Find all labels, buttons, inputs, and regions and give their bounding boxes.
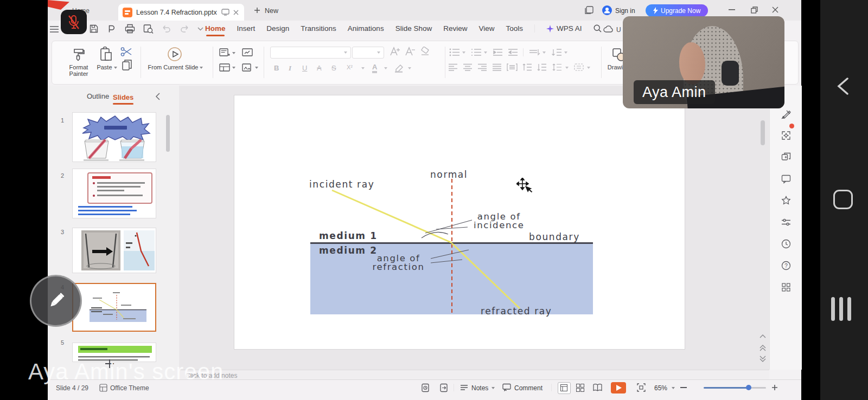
slides-tab[interactable]: Slides (113, 93, 133, 101)
slide-thumbnail-3[interactable] (72, 228, 156, 273)
sign-in-label[interactable]: Sign in (615, 7, 635, 15)
close-tab-icon[interactable] (233, 10, 239, 15)
fit-to-window-icon[interactable] (637, 383, 646, 392)
toolbar-more-icon[interactable] (197, 27, 203, 31)
minimize-icon[interactable] (729, 9, 735, 10)
hamburger-menu-icon[interactable] (50, 25, 59, 33)
line-height-icon[interactable] (552, 63, 562, 71)
label-angle-of-refraction[interactable]: angle of refraction (367, 254, 430, 272)
menu-view[interactable]: View (478, 24, 494, 33)
apps-grid-icon[interactable] (781, 282, 791, 292)
settings-sliders-icon[interactable] (781, 217, 791, 227)
char-spacing-icon[interactable]: A (317, 64, 322, 72)
favorites-star-icon[interactable] (781, 196, 791, 205)
mute-microphone-button[interactable] (61, 10, 87, 34)
collapse-panel-icon[interactable] (155, 93, 160, 100)
slideshow-play-button[interactable] (611, 382, 626, 393)
font-color-icon[interactable]: A (372, 63, 377, 73)
print-icon[interactable] (125, 24, 135, 34)
theme-icon[interactable] (99, 384, 107, 392)
bold-icon[interactable]: B (274, 64, 279, 72)
comment-label[interactable]: Comment (514, 384, 542, 392)
theme-name[interactable]: Office Theme (110, 384, 149, 392)
label-incident-ray[interactable]: incident ray (309, 179, 374, 190)
label-medium-1[interactable]: medium 1 (319, 230, 378, 241)
zoom-in-button[interactable] (771, 384, 778, 391)
italic-icon[interactable]: I (289, 64, 291, 73)
cut-icon[interactable] (120, 47, 132, 57)
apps-store-icon[interactable] (781, 131, 791, 140)
menu-slide-show[interactable]: Slide Show (395, 24, 432, 33)
menu-transitions[interactable]: Transitions (301, 24, 336, 33)
annotate-pencil-button[interactable] (30, 275, 82, 327)
shapes-copy-icon[interactable] (781, 152, 791, 162)
canvas-scrollbar[interactable] (761, 120, 765, 145)
paste-icon[interactable] (100, 47, 113, 62)
vertical-spacing-icon[interactable] (522, 63, 532, 71)
notes-strip[interactable]: Click to add notes (179, 370, 769, 380)
paragraph-spacing-icon[interactable] (537, 63, 547, 71)
redo-icon[interactable] (180, 24, 189, 33)
decrease-indent-icon[interactable] (493, 48, 503, 56)
sign-in-avatar-icon[interactable] (602, 5, 612, 15)
history-clock-icon[interactable] (781, 239, 791, 249)
tab-list-icon[interactable] (585, 6, 593, 15)
nav-recents-icon[interactable] (831, 297, 851, 321)
switch-device-icon[interactable] (439, 383, 448, 392)
editing-canvas[interactable]: incident ray normal angle of incidence m… (179, 86, 769, 370)
upgrade-now-button[interactable]: Upgrade Now (646, 4, 708, 17)
cloud-sync-icon[interactable] (603, 25, 614, 33)
underline-icon[interactable]: U (302, 64, 307, 72)
font-size-select[interactable] (352, 47, 384, 59)
task-window-icon[interactable] (421, 383, 430, 392)
increase-font-icon[interactable] (390, 47, 400, 56)
new-slide-icon[interactable] (219, 48, 230, 57)
label-normal[interactable]: normal (430, 169, 468, 180)
align-center-icon[interactable] (463, 63, 473, 71)
align-left-icon[interactable] (448, 63, 458, 71)
nav-back-icon[interactable] (835, 78, 850, 95)
document-tab[interactable]: Lesson 7.4 Refraction.pptx (118, 4, 244, 21)
restore-window-icon[interactable] (751, 7, 758, 14)
from-current-slide-button[interactable]: From Current Slide (139, 64, 212, 70)
participant-video-tile[interactable]: Aya Amin (623, 16, 784, 108)
share-screen-icon[interactable] (221, 9, 229, 16)
slide-design-icon[interactable] (242, 63, 253, 72)
export-pdf-icon[interactable] (107, 24, 117, 34)
slide-thumbnail-4-selected[interactable] (72, 283, 156, 332)
scroll-up-icon[interactable] (760, 334, 766, 338)
menu-insert[interactable]: Insert (237, 24, 256, 33)
play-from-current-slide-icon[interactable] (167, 47, 182, 62)
slide-layout-icon[interactable] (219, 63, 230, 72)
next-slide-icon[interactable] (760, 356, 766, 362)
format-painter-icon[interactable] (72, 48, 86, 62)
slide-canvas[interactable]: incident ray normal angle of incidence m… (234, 95, 685, 349)
comment-panel-icon[interactable] (781, 174, 791, 184)
superscript-icon[interactable]: X² (347, 64, 353, 70)
menu-animations[interactable]: Animations (348, 24, 384, 33)
save-icon[interactable] (89, 24, 99, 34)
zoom-slider-handle[interactable] (746, 385, 751, 390)
zoom-slider-fill[interactable] (704, 387, 749, 389)
increase-indent-icon[interactable] (508, 48, 518, 56)
slide-sorter-view-icon[interactable] (576, 384, 584, 392)
reading-view-icon[interactable] (593, 384, 602, 391)
undo-icon[interactable] (162, 24, 171, 33)
search-icon[interactable] (593, 24, 602, 33)
outline-tab[interactable]: Outline (87, 92, 109, 100)
line-spacing-icon[interactable] (551, 48, 562, 56)
strikethrough-icon[interactable]: S (331, 64, 336, 72)
copy-icon[interactable] (122, 59, 132, 71)
menu-tools[interactable]: Tools (506, 24, 523, 33)
new-tab-label[interactable]: New (265, 7, 278, 15)
zoom-out-button[interactable] (680, 387, 687, 388)
highlight-color-icon[interactable] (394, 64, 405, 73)
panel-scrollbar[interactable] (166, 115, 170, 152)
notes-toggle-label[interactable]: Notes (471, 384, 488, 392)
paste-button[interactable]: Paste (92, 64, 122, 70)
reset-slide-icon[interactable] (242, 48, 253, 57)
nav-home-icon[interactable] (833, 190, 853, 209)
decrease-font-icon[interactable] (405, 47, 416, 56)
bullets-icon[interactable] (449, 48, 460, 56)
text-direction-icon[interactable] (528, 48, 540, 56)
